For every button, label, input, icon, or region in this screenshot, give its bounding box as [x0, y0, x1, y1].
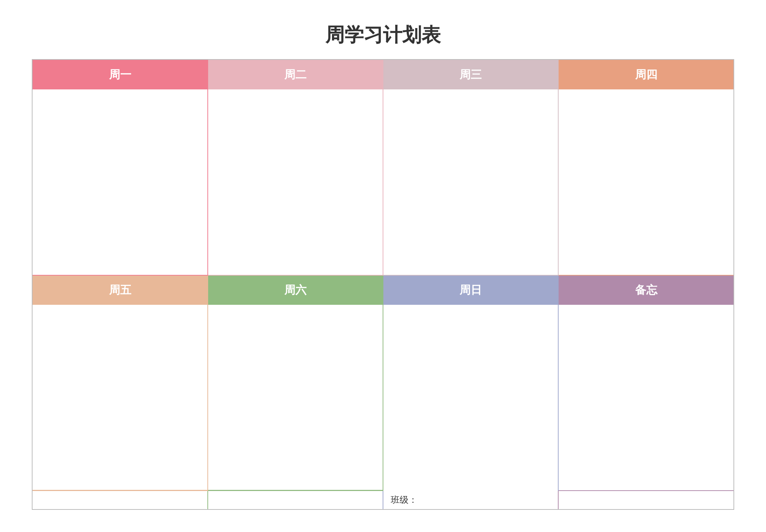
bottom-content-row	[33, 305, 733, 490]
top-header-row: 周一 周二 周三 周四	[33, 60, 733, 89]
header-wednesday: 周三	[383, 60, 558, 89]
cell-memo[interactable]	[558, 305, 733, 490]
cell-friday[interactable]	[33, 305, 208, 490]
top-content-row	[33, 89, 733, 275]
bottom-header-row: 周五 周六 周日 备忘	[33, 275, 733, 305]
schedule-table: 周一 周二 周三 周四 周五 周六 周日 备忘	[33, 60, 733, 509]
cell-thursday[interactable]	[558, 89, 733, 275]
footer-cell-2	[208, 491, 383, 509]
header-memo: 备忘	[558, 275, 733, 305]
footer-cell-4	[558, 491, 733, 509]
header-monday: 周一	[33, 60, 208, 89]
header-friday: 周五	[33, 275, 208, 305]
header-tuesday: 周二	[208, 60, 383, 89]
header-sunday: 周日	[383, 275, 558, 305]
page-container: 周学习计划表 周一 周二 周三 周四 周五 周六 周日 备忘	[17, 11, 749, 521]
header-thursday: 周四	[558, 60, 733, 89]
footer-cell-class: 班级：	[383, 491, 558, 509]
header-saturday: 周六	[208, 275, 383, 305]
page-title: 周学习计划表	[32, 22, 734, 48]
cell-tuesday[interactable]	[208, 89, 383, 275]
cell-monday[interactable]	[33, 89, 208, 275]
footer-row: 班级：	[33, 491, 733, 509]
schedule-wrapper: 周一 周二 周三 周四 周五 周六 周日 备忘	[32, 59, 734, 510]
cell-saturday[interactable]	[208, 305, 383, 490]
cell-sunday[interactable]	[383, 305, 558, 490]
footer-cell-1	[33, 491, 208, 509]
cell-wednesday[interactable]	[383, 89, 558, 275]
